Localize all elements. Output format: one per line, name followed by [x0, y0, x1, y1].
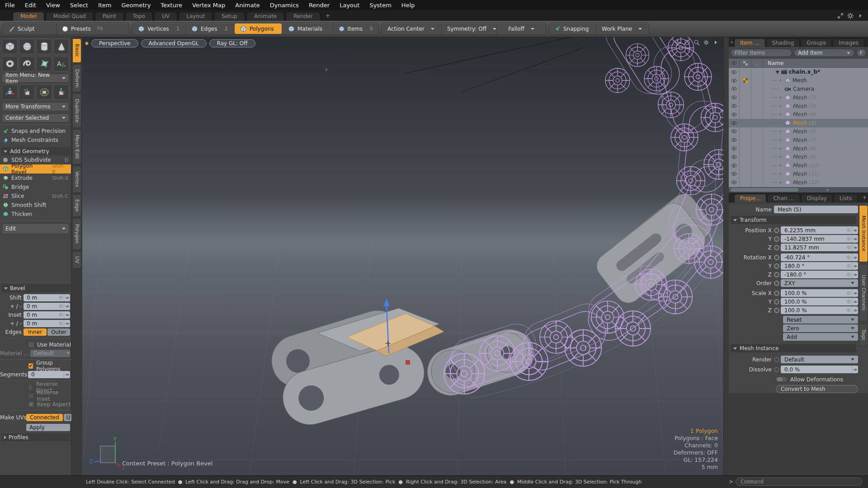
primitive-cylinder-button[interactable]: [36, 39, 52, 54]
item-row-mesh-9[interactable]: Mesh(9): [729, 153, 868, 161]
visibility-toggle[interactable]: [729, 93, 740, 102]
bevel-section-header[interactable]: Bevel: [1, 284, 70, 292]
tab-properties[interactable]: Prope...: [734, 194, 766, 202]
tool-smooth-shift[interactable]: Smooth Shift: [0, 201, 71, 210]
symmetry-dropdown[interactable]: Symmetry: Off: [442, 23, 497, 34]
item-row-mesh-3[interactable]: Mesh(3): [729, 102, 868, 110]
filter-items-input[interactable]: [731, 49, 792, 57]
view-type-button[interactable]: Perspective: [91, 39, 138, 47]
filter-preset-button[interactable]: F: [856, 49, 866, 57]
dissolve-field[interactable]: 0.0 %◀▶: [781, 366, 858, 373]
tab-setup[interactable]: Setup: [214, 12, 245, 21]
bevel-shift-pm-field[interactable]: 0 m◀▶: [24, 303, 70, 310]
tool-bridge[interactable]: Bridge: [0, 183, 71, 192]
tool-polygon-bevel[interactable]: Polygon BevelShift-B: [0, 164, 71, 174]
text-tool-button[interactable]: A&: [53, 56, 69, 71]
tab-lists[interactable]: Lists: [834, 194, 858, 202]
add-panel-tab-button[interactable]: +: [865, 38, 868, 47]
bevel-shift-field[interactable]: 0 m◀▶: [24, 294, 70, 301]
rotation-z-field[interactable]: -180.0 °◀▶: [781, 271, 858, 278]
tab-display[interactable]: Display: [801, 194, 833, 202]
add-dropdown[interactable]: Add: [783, 333, 858, 341]
menu-select[interactable]: Select: [65, 2, 93, 9]
scale-z-field[interactable]: 100.0 %◀▶: [781, 306, 858, 314]
convert-to-mesh-button[interactable]: Convert to Mesh: [776, 385, 858, 393]
command-input[interactable]: [736, 478, 862, 486]
primitive-cone-button[interactable]: [53, 39, 69, 54]
panel-dot-icon[interactable]: [730, 41, 733, 44]
shading-mode-button[interactable]: Advanced OpenGL: [141, 39, 207, 47]
channel-ring-icon[interactable]: [774, 245, 779, 250]
value-spinner[interactable]: ◀▶: [852, 366, 858, 373]
value-spinner[interactable]: ◀▶: [64, 294, 70, 301]
pan-icon[interactable]: [675, 39, 681, 46]
primitive-sphere-button[interactable]: [19, 39, 35, 54]
viewport-3d[interactable]: Y Z x Content Preset : Polygon Bevel 1 P…: [82, 37, 723, 475]
tab-groups[interactable]: Groups: [801, 38, 832, 47]
falloff-dropdown[interactable]: Falloff: [497, 23, 546, 34]
visibility-toggle[interactable]: [729, 127, 740, 136]
value-spinner[interactable]: ◀▶: [852, 244, 858, 251]
menu-view[interactable]: View: [41, 2, 65, 9]
item-row-mesh-5-selected[interactable]: Mesh(5): [729, 119, 868, 127]
segments-field[interactable]: 0◀▶: [28, 371, 70, 378]
tab-uv[interactable]: UV: [154, 12, 177, 21]
add-geometry-section-header[interactable]: Add Geometry: [1, 147, 70, 155]
tab-paint[interactable]: Paint: [95, 12, 124, 21]
use-material-checkbox[interactable]: [28, 342, 34, 348]
visibility-toggle[interactable]: [729, 119, 740, 127]
transform-rotate-button[interactable]: [36, 84, 52, 100]
more-transforms-dropdown[interactable]: More Transforms: [2, 102, 69, 111]
mode-tab-vertex[interactable]: Vertex: [72, 166, 81, 193]
menu-item[interactable]: Item: [93, 2, 117, 9]
edges-outer-button[interactable]: Outer: [47, 328, 70, 336]
tab-item-list[interactable]: Item ...: [734, 38, 765, 47]
channel-ring-icon[interactable]: [774, 255, 779, 260]
rotation-x-field[interactable]: -60.724 °◀▶: [781, 253, 858, 261]
reset-dropdown[interactable]: Reset: [783, 316, 858, 324]
rotation-y-field[interactable]: 180.0 °◀▶: [781, 262, 858, 270]
visibility-toggle[interactable]: [729, 170, 740, 178]
edit-dropdown[interactable]: Edit: [2, 223, 69, 234]
value-spinner[interactable]: ◀▶: [64, 303, 70, 310]
value-spinner[interactable]: ◀▶: [852, 262, 858, 270]
visibility-toggle[interactable]: [729, 68, 740, 76]
reverse-direction-checkbox[interactable]: [28, 384, 33, 390]
mode-tab-edge[interactable]: Edge: [72, 194, 81, 217]
tab-channels[interactable]: Chan ...: [767, 194, 800, 202]
item-row-mesh[interactable]: Mesh: [729, 76, 868, 85]
menu-layout[interactable]: Layout: [335, 2, 364, 9]
value-spinner[interactable]: ◀▶: [852, 253, 858, 261]
keep-aspect-checkbox[interactable]: ✔: [28, 401, 34, 408]
side-tab-mesh-instance[interactable]: Mesh Instance: [859, 205, 868, 262]
orbit-icon[interactable]: [684, 39, 690, 46]
primitive-torus-button[interactable]: [2, 56, 18, 71]
item-row-mesh-4[interactable]: Mesh(4): [729, 110, 868, 119]
menu-vertex-map[interactable]: Vertex Map: [187, 2, 230, 9]
transform-section-header[interactable]: Transform: [731, 216, 856, 224]
viewport-state-dot-icon[interactable]: [85, 42, 89, 45]
channel-ring-icon[interactable]: [774, 299, 779, 305]
menu-texture[interactable]: Texture: [156, 2, 187, 9]
value-spinner[interactable]: ◀▶: [852, 306, 858, 314]
menu-animate[interactable]: Animate: [230, 2, 264, 9]
viewport-menu-arrow-icon[interactable]: [712, 39, 719, 46]
visibility-toggle[interactable]: [729, 136, 740, 144]
mesh-instance-section-header[interactable]: Mesh Instance: [731, 344, 856, 352]
item-row-scene[interactable]: ▼ chain.x_b*: [729, 68, 868, 76]
primitive-cube-button[interactable]: [2, 39, 18, 54]
channel-ring-icon[interactable]: [774, 281, 779, 286]
tab-images[interactable]: Images: [833, 38, 864, 47]
menu-help[interactable]: Help: [396, 2, 420, 9]
item-menu-dropdown[interactable]: Item Menu: New Item: [2, 74, 69, 83]
visibility-toggle[interactable]: [729, 144, 740, 153]
value-spinner[interactable]: ◀▶: [64, 320, 70, 327]
mode-tab-basic[interactable]: Basic: [72, 38, 81, 63]
item-row-mesh-2[interactable]: Mesh(2): [729, 93, 868, 102]
menu-geometry[interactable]: Geometry: [117, 2, 156, 9]
channel-ring-icon[interactable]: [774, 263, 779, 269]
side-tab-tags[interactable]: Tags: [859, 324, 868, 346]
mode-tab-mesh-edit[interactable]: Mesh Edit: [72, 129, 81, 164]
item-row-camera[interactable]: Camera: [729, 85, 868, 94]
visibility-toggle[interactable]: [729, 153, 740, 161]
